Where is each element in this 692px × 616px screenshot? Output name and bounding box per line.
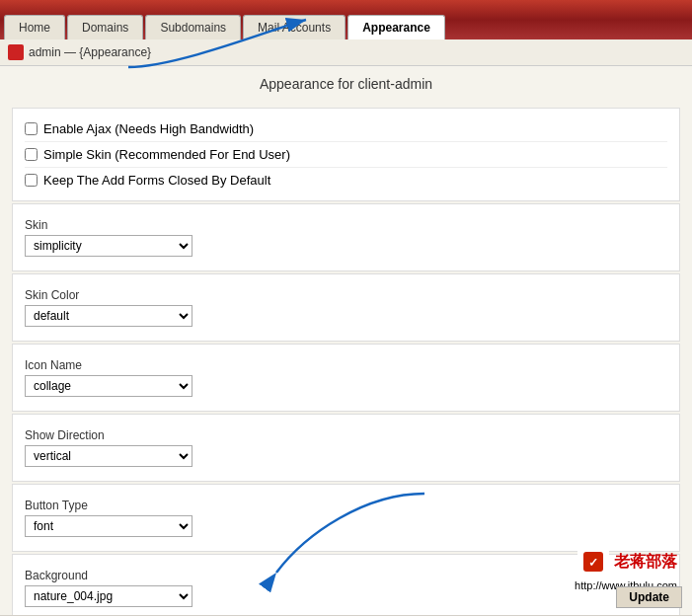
icon-name-section: Icon Name collage default modern [12,344,680,412]
show-direction-section: Show Direction vertical horizontal [12,414,680,482]
skin-select[interactable]: simplicity default classic [25,235,192,257]
skin-color-field-group: Skin Color default blue green red [25,282,667,333]
skin-section: Skin simplicity default classic [12,203,680,271]
checkbox-row-ajax: Enable Ajax (Needs High Bandwidth) [25,116,667,142]
keep-add-forms-checkbox[interactable] [25,174,38,187]
skin-color-section: Skin Color default blue green red [12,273,680,342]
nav-bar: HomeDomainsSubdomainsMail AccountsAppear… [0,0,692,39]
breadcrumb-text: admin — {Appearance} [29,45,151,59]
nav-tab-appearance[interactable]: Appearance [347,15,445,39]
update-button[interactable]: Update [616,586,682,608]
background-label: Background [25,569,667,582]
show-direction-select[interactable]: vertical horizontal [25,445,192,467]
show-direction-label: Show Direction [25,428,667,442]
simple-skin-label: Simple Skin (Recommended For End User) [43,147,290,162]
button-type-field-group: Button Type font image icon [25,493,667,543]
breadcrumb-bar: admin — {Appearance} [0,39,692,66]
icon-name-select[interactable]: collage default modern [25,375,192,397]
nav-tab-subdomains[interactable]: Subdomains [145,15,241,39]
main-content: Appearance for client-admin Enable Ajax … [0,66,692,615]
nav-tab-mail-accounts[interactable]: Mail Accounts [243,15,346,39]
keep-add-forms-label: Keep The Add Forms Closed By Default [43,173,270,188]
skin-field-group: Skin simplicity default classic [25,212,667,263]
skin-color-select[interactable]: default blue green red [25,305,192,327]
background-select[interactable]: nature_004.jpg nature_001.jpg nature_002… [25,585,192,607]
show-direction-field-group: Show Direction vertical horizontal [25,423,667,473]
checkboxes-section: Enable Ajax (Needs High Bandwidth) Simpl… [12,108,680,201]
skin-label: Skin [25,218,667,232]
skin-color-label: Skin Color [25,288,667,302]
checkbox-row-keep-forms: Keep The Add Forms Closed By Default [25,168,667,192]
icon-name-label: Icon Name [25,358,667,372]
checkbox-row-simple-skin: Simple Skin (Recommended For End User) [25,142,667,168]
enable-ajax-label: Enable Ajax (Needs High Bandwidth) [43,121,254,136]
simple-skin-checkbox[interactable] [25,148,38,161]
button-type-label: Button Type [25,499,667,512]
button-type-select[interactable]: font image icon [25,515,192,537]
background-field-group: Background nature_004.jpg nature_001.jpg… [25,563,667,613]
button-type-section: Button Type font image icon [12,484,680,552]
background-section: Background nature_004.jpg nature_001.jpg… [12,554,680,615]
icon-name-field-group: Icon Name collage default modern [25,352,667,403]
nav-tab-domains[interactable]: Domains [67,15,143,39]
admin-icon [8,44,24,60]
nav-tab-home[interactable]: Home [4,15,65,39]
page-title: Appearance for client-admin [12,76,680,98]
enable-ajax-checkbox[interactable] [25,122,38,135]
